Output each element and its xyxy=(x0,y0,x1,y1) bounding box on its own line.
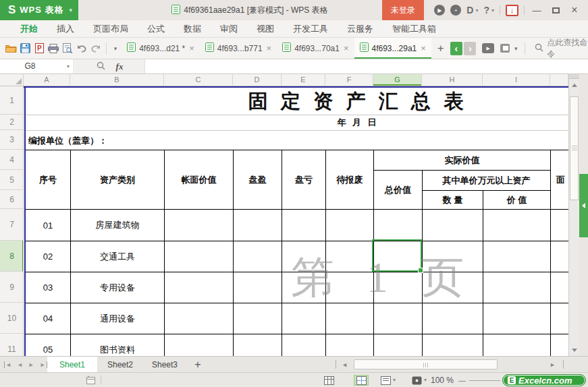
column-header-C[interactable]: C xyxy=(164,74,233,86)
header-over-10k[interactable]: 其中单价万元以上资产 xyxy=(423,171,551,191)
first-sheet-button[interactable]: ◄ xyxy=(4,361,11,368)
row-header-10[interactable]: 10 xyxy=(0,303,24,334)
menu-formulas[interactable]: 公式 xyxy=(138,20,174,38)
cell-empty[interactable] xyxy=(165,334,234,357)
scroll-down-button[interactable] xyxy=(569,345,579,355)
menu-view[interactable]: 视图 xyxy=(247,20,284,38)
header-actual-value[interactable]: 实际价值 xyxy=(374,150,551,171)
menu-review[interactable]: 审阅 xyxy=(211,20,247,38)
add-sheet-button[interactable]: + xyxy=(190,357,205,373)
close-tab-icon[interactable]: × xyxy=(189,43,194,53)
row-header-2[interactable]: 2 xyxy=(0,115,24,130)
sheet-title[interactable]: 固 定 资 产 汇 总 表 xyxy=(105,88,568,115)
cell-empty[interactable] xyxy=(551,303,568,334)
cell-empty[interactable] xyxy=(374,210,423,241)
prev-sheet-button[interactable]: ◄ xyxy=(17,361,23,368)
toolbar-overflow-icon[interactable]: ▾ xyxy=(114,45,117,52)
vertical-scrollbar[interactable] xyxy=(568,74,579,356)
menu-data[interactable]: 数据 xyxy=(174,20,211,38)
magnifier-icon[interactable] xyxy=(97,61,105,72)
close-button[interactable]: × xyxy=(568,4,581,16)
zoom-out-button[interactable]: — xyxy=(458,373,466,387)
cell-empty[interactable] xyxy=(234,334,282,357)
cell-no[interactable]: 02 xyxy=(26,241,71,272)
cell-empty[interactable] xyxy=(551,210,568,241)
save-icon[interactable] xyxy=(18,40,32,57)
column-header-D[interactable]: D xyxy=(233,74,282,86)
last-sheet-button[interactable]: ► xyxy=(40,361,47,368)
wps-app-button[interactable]: S WPS 表格 ▾ xyxy=(0,0,78,20)
maximize-button[interactable] xyxy=(549,5,562,16)
cell-empty[interactable] xyxy=(282,303,326,334)
cell-category[interactable]: 专用设备 xyxy=(71,272,165,303)
cell-empty[interactable] xyxy=(551,334,568,357)
spreadsheet-grid[interactable]: 固 定 资 产 汇 总 表 年 月 日 编报单位（盖章）： 序号 资产类别 帐面… xyxy=(24,86,568,356)
cell-no[interactable]: 05 xyxy=(26,334,71,357)
chevron-down-icon[interactable]: ▾ xyxy=(67,59,70,73)
side-panel-toggle[interactable] xyxy=(579,174,588,237)
download-icon[interactable]: ↓ xyxy=(506,5,518,16)
cell-empty[interactable] xyxy=(282,334,326,357)
cell-empty[interactable] xyxy=(165,210,234,241)
select-all-corner[interactable] xyxy=(0,74,24,86)
play-circle-icon[interactable]: ▶ xyxy=(434,5,445,16)
column-header-B[interactable]: B xyxy=(70,74,164,86)
cell-empty[interactable] xyxy=(374,334,423,357)
header-category[interactable]: 资产类别 xyxy=(71,150,165,210)
header-next-partial[interactable]: 面 xyxy=(551,150,568,210)
docer-menu-icon[interactable]: D xyxy=(466,5,473,16)
cell-empty[interactable] xyxy=(483,241,551,272)
document-tab-4-active[interactable]: 4f693...29a1 × xyxy=(354,38,431,59)
screen-play-icon[interactable]: ▶ xyxy=(482,43,493,53)
row-header-3[interactable]: 3 xyxy=(0,130,24,150)
scroll-right-button[interactable]: ► xyxy=(550,357,556,373)
cell-empty[interactable] xyxy=(423,334,483,357)
tab-forward-button[interactable]: › xyxy=(464,42,476,55)
cell-no[interactable]: 04 xyxy=(26,303,71,334)
zoom-slider[interactable] xyxy=(469,380,500,381)
document-tab-1[interactable]: 4f693...d21 * × xyxy=(122,38,200,59)
row-header-9[interactable]: 9 xyxy=(0,272,24,303)
macro-record-icon[interactable] xyxy=(86,376,96,387)
column-header-J-partial[interactable] xyxy=(550,74,568,86)
row-header-8-selected[interactable]: 8 xyxy=(0,241,24,272)
column-header-I[interactable]: I xyxy=(483,74,550,86)
row-header-4[interactable]: 4 xyxy=(0,150,24,170)
cell-category[interactable]: 房屋建筑物 xyxy=(71,210,165,241)
cell-empty[interactable] xyxy=(423,303,483,334)
export-pdf-icon[interactable]: P xyxy=(32,40,47,57)
split-handle[interactable] xyxy=(569,74,579,79)
redo-icon[interactable] xyxy=(89,40,103,57)
scroll-up-button[interactable] xyxy=(569,80,579,90)
row-header-1[interactable]: 1 xyxy=(0,86,24,115)
document-tab-3[interactable]: 4f693...70a1 × xyxy=(277,38,354,59)
cell-empty[interactable] xyxy=(234,241,282,272)
header-deficit[interactable]: 盘亏 xyxy=(282,150,326,210)
chevron-down-icon[interactable]: ▾ xyxy=(393,373,396,387)
cell-empty[interactable] xyxy=(483,272,551,303)
header-total-value[interactable]: 总价值 xyxy=(374,171,423,210)
sheet-tab-sheet2[interactable]: Sheet2 xyxy=(99,357,142,373)
column-header-G-selected[interactable]: G xyxy=(373,74,422,86)
chevron-down-icon[interactable]: ▾ xyxy=(424,373,427,387)
normal-view-icon[interactable] xyxy=(321,375,336,386)
print-icon[interactable] xyxy=(47,40,61,57)
name-box[interactable]: G8 ▾ xyxy=(0,59,74,73)
menu-insert[interactable]: 插入 xyxy=(47,20,84,38)
menu-cloud[interactable]: 云服务 xyxy=(338,20,383,38)
cell-empty[interactable] xyxy=(483,303,551,334)
menu-smart-toolbox[interactable]: 智能工具箱 xyxy=(383,20,446,38)
cell-empty[interactable] xyxy=(551,241,568,272)
header-book-value[interactable]: 帐面价值 xyxy=(165,150,234,210)
header-value[interactable]: 价 值 xyxy=(483,191,551,210)
tab-back-button[interactable]: ‹ xyxy=(450,42,462,55)
column-header-H[interactable]: H xyxy=(422,74,483,86)
scroll-left-button[interactable]: ◄ xyxy=(342,357,348,373)
cell-empty[interactable] xyxy=(374,303,423,334)
login-button[interactable]: 未登录 xyxy=(382,0,424,20)
cell-empty[interactable] xyxy=(326,334,374,357)
sheet-tab-sheet3[interactable]: Sheet3 xyxy=(143,357,186,373)
cell-category[interactable]: 交通工具 xyxy=(71,241,165,272)
header-quantity[interactable]: 数 量 xyxy=(423,191,483,210)
share-screen-icon[interactable] xyxy=(500,44,510,53)
